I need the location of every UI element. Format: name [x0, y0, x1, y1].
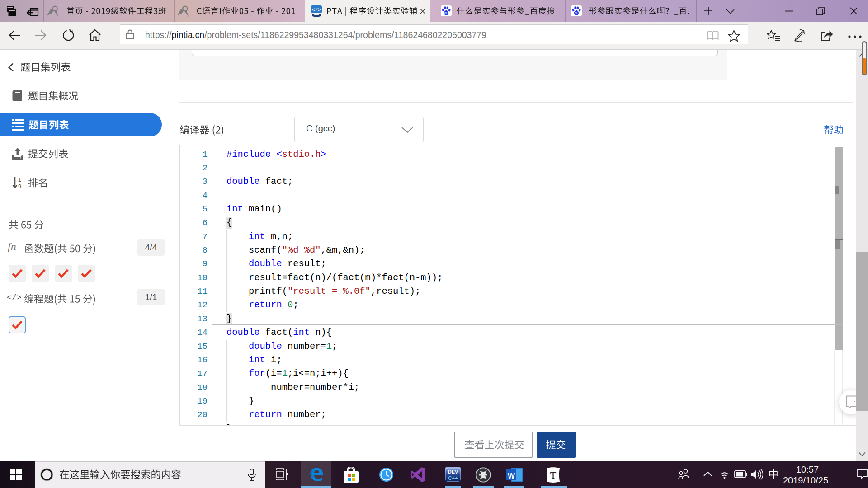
svg-text:T: T [550, 469, 557, 481]
svg-text:W: W [508, 472, 515, 480]
svg-text:C++: C++ [448, 475, 458, 481]
svg-text:du: du [444, 11, 448, 15]
svg-text:</>: </> [312, 7, 321, 13]
svg-text:DEV: DEV [448, 469, 458, 474]
svg-text:1: 1 [18, 177, 21, 183]
svg-text:du: du [575, 11, 578, 15]
svg-text:9: 9 [18, 183, 21, 189]
